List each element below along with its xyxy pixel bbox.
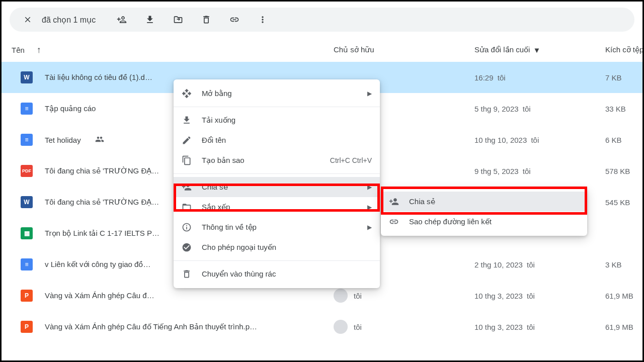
folder-move-icon [173, 15, 183, 25]
file-type-icon: P [21, 321, 33, 333]
menu-item-label: Mở bằng [202, 89, 357, 98]
menu-item-trash[interactable]: Chuyển vào thùng rác [174, 264, 380, 284]
chevron-right-icon: ▶ [367, 204, 372, 211]
menu-item-label: Cho phép ngoại tuyến [202, 243, 372, 252]
menu-item-rename[interactable]: Đổi tên [174, 130, 380, 150]
download-icon [182, 115, 192, 125]
col-modified-header[interactable]: Sửa đổi lần cuối ▼ [474, 45, 605, 54]
menu-item-label: Chia sẻ [409, 197, 579, 206]
file-name-label: Tập quảng cáo [45, 104, 96, 113]
more-button[interactable] [253, 10, 273, 30]
menu-item-label: Đổi tên [202, 136, 372, 145]
menu-item-label: Tải xuống [202, 116, 372, 125]
menu-item-label: Chuyển vào thùng rác [202, 269, 372, 279]
col-size-header[interactable]: Kích cỡ tệp [605, 45, 644, 54]
menu-item-label: Tạo bản sao [202, 156, 320, 165]
size-cell: 7 KB [605, 73, 644, 82]
chevron-right-icon: ▶ [367, 224, 372, 231]
sort-arrow-icon: ↑ [37, 45, 41, 55]
toolbar-actions [112, 10, 273, 30]
modified-cell: 5 thg 9, 2023 tôi [474, 105, 605, 113]
share-icon [389, 197, 399, 207]
file-name-label: Vàng và Xám Ảnh ghép Câu đ… [45, 291, 154, 300]
close-icon [23, 15, 32, 24]
share-button[interactable] [112, 10, 132, 30]
link-icon [229, 15, 239, 25]
modified-cell: 2 thg 10, 2023 tôi [474, 260, 605, 269]
modified-cell: 10 thg 3, 2023 tôi [474, 323, 605, 331]
file-type-icon: P [21, 290, 33, 302]
file-type-icon: ▦ [21, 227, 33, 239]
size-cell: 33 KB [605, 105, 644, 113]
menu-item-organize[interactable]: Sắp xếp▶ [174, 197, 380, 217]
menu-item-info[interactable]: Thông tin về tệp▶ [174, 217, 380, 237]
selection-toolbar: đã chọn 1 mục [10, 8, 634, 32]
menu-item-share[interactable]: Chia sẻ▶ [174, 177, 380, 197]
file-name-label: Tôi đang chia sẻ 'TRƯỜNG ĐẠ… [45, 166, 159, 175]
size-cell: 545 KB [605, 198, 644, 207]
file-name-label: Tài liệu không có tiêu đề (1).d… [45, 73, 152, 82]
file-row[interactable]: PVàng và Xám Ảnh ghép Câu đố Tiếng Anh B… [2, 311, 642, 342]
rename-icon [182, 135, 192, 145]
menu-item-label: Sao chép đường liên kết [409, 217, 579, 226]
menu-item-open[interactable]: Mở bằng▶ [174, 83, 380, 104]
col-name-header[interactable]: Tên ↑ [12, 45, 334, 55]
move-button[interactable] [168, 10, 188, 30]
file-type-icon: ≡ [21, 134, 33, 146]
file-type-icon: ≡ [21, 258, 33, 270]
download-icon [145, 15, 155, 25]
menu-item-link[interactable]: Sao chép đường liên kết [381, 212, 587, 232]
close-selection-button[interactable] [18, 10, 38, 30]
file-name-label: Tôi đang chia sẻ 'TRƯỜNG ĐẠ… [45, 198, 159, 207]
menu-item-label: Sắp xếp [202, 203, 357, 212]
offline-icon [182, 242, 192, 252]
trash-icon [182, 269, 192, 279]
context-menu: Mở bằng▶Tải xuốngĐổi tênTạo bản saoCtrl+… [174, 79, 380, 288]
menu-item-download[interactable]: Tải xuống [174, 110, 380, 130]
file-type-icon: W [21, 71, 33, 83]
open-icon [182, 88, 192, 99]
link-button[interactable] [224, 10, 245, 30]
menu-shortcut: Ctrl+C Ctrl+V [330, 156, 372, 164]
file-name-cell: PVàng và Xám Ảnh ghép Câu đ… [12, 290, 334, 302]
owner-label: tôi [354, 323, 362, 331]
size-cell: 578 KB [605, 167, 644, 175]
menu-item-offline[interactable]: Cho phép ngoại tuyến [174, 237, 380, 257]
organize-icon [182, 202, 192, 212]
person-add-icon [117, 15, 127, 25]
file-type-icon: ≡ [21, 103, 33, 115]
more-vert-icon [258, 15, 268, 25]
menu-item-copy[interactable]: Tạo bản saoCtrl+C Ctrl+V [174, 150, 380, 170]
col-owner-header[interactable]: Chủ sở hữu [334, 45, 474, 54]
owner-cell: tôi [334, 289, 474, 303]
file-name-label: Vàng và Xám Ảnh ghép Câu đố Tiếng Anh Bả… [45, 322, 257, 331]
chevron-right-icon: ▶ [367, 184, 372, 191]
column-headers: Tên ↑ Chủ sở hữu Sửa đổi lần cuối ▼ Kích… [2, 38, 642, 62]
trash-button[interactable] [196, 10, 216, 30]
menu-separator [174, 260, 380, 261]
download-button[interactable] [140, 10, 160, 30]
copy-icon [182, 155, 192, 165]
file-name-cell: PVàng và Xám Ảnh ghép Câu đố Tiếng Anh B… [12, 321, 334, 333]
menu-separator [174, 173, 380, 174]
menu-item-share[interactable]: Chia sẻ [381, 192, 587, 212]
trash-icon [201, 15, 211, 25]
size-cell: 3 KB [605, 260, 644, 269]
avatar [334, 320, 348, 334]
file-name-label: Trọn bộ Link tải C 1-17 IELTS P… [45, 229, 159, 238]
col-name-label: Tên [12, 46, 25, 54]
avatar [334, 289, 348, 303]
link-icon [389, 217, 399, 227]
owner-cell: tôi [334, 320, 474, 334]
col-modified-label: Sửa đổi lần cuối [474, 45, 530, 54]
modified-cell: 10 thg 10, 2023 tôi [474, 136, 605, 144]
shared-icon [95, 135, 104, 145]
menu-item-label: Chia sẻ [202, 183, 357, 192]
modified-cell: 10 thg 3, 2023 tôi [474, 292, 605, 300]
share-submenu: Chia sẻSao chép đường liên kết [381, 188, 587, 236]
menu-item-label: Thông tin về tệp [202, 223, 357, 232]
owner-label: tôi [354, 292, 362, 300]
size-cell: 61,9 MB [605, 292, 644, 300]
selection-count-text: đã chọn 1 mục [42, 15, 96, 25]
modified-cell: 9 thg 5, 2023 tôi [474, 167, 605, 175]
